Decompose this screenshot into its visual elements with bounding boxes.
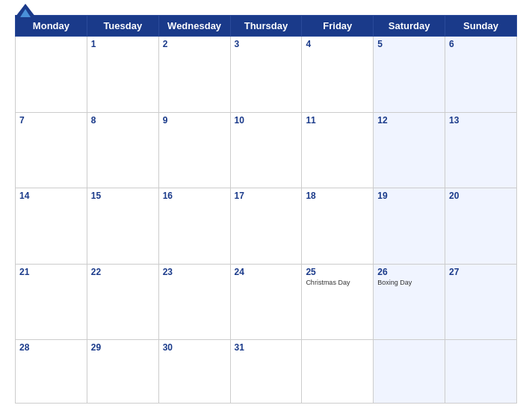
day-number: 6 (449, 39, 513, 49)
day-of-week-header: Wednesday (158, 16, 230, 37)
calendar-cell: 8 (87, 112, 158, 188)
day-of-week-header: Tuesday (87, 16, 158, 37)
day-number: 1 (91, 39, 155, 49)
logo (15, 4, 36, 18)
calendar-cell: 11 (302, 112, 374, 188)
day-of-week-header: Sunday (445, 16, 517, 37)
day-number: 29 (91, 342, 155, 353)
day-number: 18 (306, 191, 369, 201)
calendar-cell: 6 (445, 37, 517, 113)
day-number: 3 (235, 39, 298, 49)
calendar-cell (16, 37, 87, 113)
day-number: 28 (19, 342, 83, 353)
day-number: 10 (235, 115, 298, 126)
day-number: 14 (19, 191, 83, 201)
calendar-cell (302, 340, 374, 404)
calendar-table: MondayTuesdayWednesdayThursdayFridaySatu… (15, 15, 517, 404)
calendar-cell: 7 (16, 112, 87, 188)
calendar-cell: 25Christmas Day (302, 264, 374, 340)
calendar-cell: 16 (158, 188, 230, 265)
calendar-cell: 27 (445, 264, 517, 340)
day-number: 13 (449, 115, 513, 126)
logo-icon (15, 4, 36, 17)
calendar-cell: 30 (158, 340, 230, 404)
calendar-cell: 20 (445, 188, 517, 265)
day-of-week-header: Monday (16, 16, 87, 37)
day-number: 9 (163, 115, 226, 126)
calendar-cell: 14 (16, 188, 87, 265)
calendar-cell: 24 (230, 264, 302, 340)
day-number: 16 (163, 191, 226, 201)
day-number: 20 (449, 191, 513, 201)
day-of-week-header: Friday (302, 16, 374, 37)
day-number: 27 (449, 267, 513, 277)
calendar-cell: 26Boxing Day (374, 264, 445, 340)
day-number: 26 (377, 267, 441, 277)
calendar-header-row: MondayTuesdayWednesdayThursdayFridaySatu… (16, 16, 517, 37)
day-number: 31 (235, 342, 298, 353)
calendar-cell: 13 (445, 112, 517, 188)
day-number: 23 (163, 267, 226, 277)
day-number: 4 (306, 39, 369, 49)
holiday-label: Christmas Day (306, 279, 369, 286)
calendar-cell: 29 (87, 340, 158, 404)
calendar-week-row: 14151617181920 (16, 188, 517, 265)
calendar-cell: 4 (302, 37, 374, 113)
calendar-cell: 9 (158, 112, 230, 188)
day-number: 19 (377, 191, 441, 201)
day-number: 24 (235, 267, 298, 277)
day-number: 25 (306, 267, 369, 277)
calendar-cell: 19 (374, 188, 445, 265)
day-number: 21 (19, 267, 83, 277)
calendar-cell: 23 (158, 264, 230, 340)
calendar-week-row: 123456 (16, 37, 517, 113)
calendar-cell (445, 340, 517, 404)
calendar-cell: 12 (374, 112, 445, 188)
day-number: 17 (235, 191, 298, 201)
calendar-cell: 10 (230, 112, 302, 188)
calendar-cell: 17 (230, 188, 302, 265)
calendar-cell: 28 (16, 340, 87, 404)
calendar-week-row: 78910111213 (16, 112, 517, 188)
day-number: 22 (91, 267, 155, 277)
calendar-cell: 2 (158, 37, 230, 113)
calendar-cell: 31 (230, 340, 302, 404)
calendar-cell: 1 (87, 37, 158, 113)
calendar-cell (374, 340, 445, 404)
day-number: 5 (377, 39, 441, 49)
calendar-week-row: 2122232425Christmas Day26Boxing Day27 (16, 264, 517, 340)
day-number: 12 (377, 115, 441, 126)
calendar-cell: 5 (374, 37, 445, 113)
day-number: 15 (91, 191, 155, 201)
calendar-cell: 21 (16, 264, 87, 340)
day-number: 8 (91, 115, 155, 126)
day-number: 30 (163, 342, 226, 353)
day-of-week-header: Thursday (230, 16, 302, 37)
day-number: 11 (306, 115, 369, 126)
day-of-week-header: Saturday (374, 16, 445, 37)
day-number: 2 (163, 39, 226, 49)
day-number: 7 (19, 115, 83, 126)
calendar-cell: 15 (87, 188, 158, 265)
calendar-cell: 18 (302, 188, 374, 265)
calendar-week-row: 28293031 (16, 340, 517, 404)
calendar-cell: 22 (87, 264, 158, 340)
calendar-cell: 3 (230, 37, 302, 113)
holiday-label: Boxing Day (377, 279, 441, 286)
